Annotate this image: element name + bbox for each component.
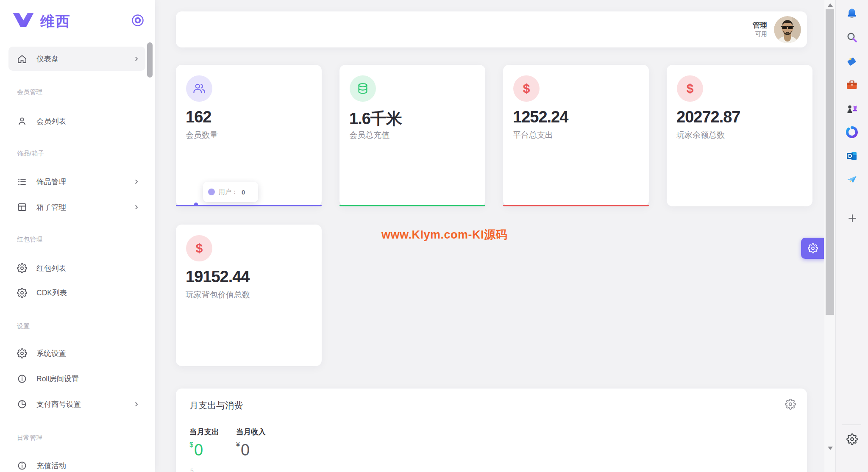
sidebar-section-settings: 设置 <box>17 322 30 334</box>
brand-name: 维西 <box>40 12 71 31</box>
sidebar-item-label: 充值活动 <box>36 461 66 471</box>
monthly-card-title: 月支出与消费 <box>189 400 243 411</box>
user-icon <box>17 116 27 126</box>
dollar-icon: $ <box>677 75 703 102</box>
scroll-up-arrow[interactable] <box>828 3 833 7</box>
stat-value: 162 <box>186 108 211 126</box>
main-scrollbar-thumb[interactable] <box>826 9 834 315</box>
sidebar-item-item-management[interactable]: 饰品管理 <box>8 169 145 194</box>
sidebar-item-label: Roll房间设置 <box>36 374 79 384</box>
sidebar-item-label: 箱子管理 <box>36 202 66 212</box>
stat-card-member-count: 162 会员数量 用户： 0 <box>176 65 322 206</box>
tooltip-value: 0 <box>242 189 245 196</box>
stat-card-total-recharge: 1.6千米 会员总充值 <box>339 65 485 206</box>
sidebar-item-box-management[interactable]: 箱子管理 <box>8 195 145 219</box>
chevron-right-icon <box>133 55 140 63</box>
sparkline <box>339 205 485 206</box>
sidebar-item-label: 会员列表 <box>36 116 66 126</box>
divider <box>842 425 861 425</box>
settings-gear-icon[interactable] <box>846 433 858 445</box>
stat-value: 1.6千米 <box>349 108 402 130</box>
dollar-glyph: $ <box>687 81 694 96</box>
shopping-tag-icon[interactable] <box>846 55 858 68</box>
clipped-axis-label: 5 <box>190 467 194 472</box>
column-value: ¥0 <box>236 441 266 459</box>
tooltip-label: 用户： <box>219 188 238 196</box>
user-status: 可用 <box>753 30 767 38</box>
add-icon[interactable] <box>847 213 857 223</box>
logo-row: 维西 <box>0 10 155 31</box>
outlook-icon[interactable] <box>846 150 858 162</box>
scroll-down-arrow[interactable] <box>828 447 833 450</box>
sidebar-item-recharge-activity[interactable]: 充值活动 <box>8 453 145 472</box>
amount: 0 <box>241 441 250 459</box>
column-header: 当月支出 <box>189 427 219 437</box>
avatar[interactable] <box>774 16 801 43</box>
games-icon[interactable] <box>846 103 858 115</box>
sidebar-section-daily: 日常管理 <box>17 434 42 446</box>
sidebar-item-label: 仪表盘 <box>36 54 59 64</box>
sparkline <box>503 205 649 206</box>
chevron-right-icon <box>133 178 140 186</box>
chevron-right-icon <box>133 400 140 408</box>
sidebar-section-items-boxes: 饰品/箱子 <box>17 150 44 161</box>
dollar-glyph: $ <box>196 241 203 255</box>
amount: 0 <box>194 441 203 459</box>
browser-side-strip <box>836 0 868 472</box>
stat-card-player-balance: $ 20272.87 玩家余额总数 <box>667 65 812 206</box>
sidebar-item-label: CDK列表 <box>36 288 67 298</box>
gear-icon <box>17 348 27 358</box>
notifications-bell-icon[interactable] <box>846 7 858 20</box>
stat-value: 19152.44 <box>186 268 250 286</box>
dollar-glyph: $ <box>523 81 530 96</box>
dollar-icon: $ <box>513 75 540 102</box>
stat-card-backpack-value: $ 19152.44 玩家背包价值总数 <box>176 225 322 366</box>
brand-logo-icon <box>12 12 35 28</box>
main-scrollbar[interactable] <box>824 0 836 472</box>
sidebar-item-label: 系统设置 <box>36 348 66 358</box>
sidebar-scrollbar-thumb[interactable] <box>147 42 153 78</box>
sidebar-item-member-list[interactable]: 会员列表 <box>8 109 145 133</box>
sidebar-item-label: 红包列表 <box>36 263 66 273</box>
chart-guide-line <box>196 145 196 203</box>
home-icon <box>17 54 27 64</box>
monthly-expense-column: 当月支出 $0 <box>189 427 219 459</box>
dollar-icon: $ <box>186 235 212 261</box>
currency-symbol: ¥ <box>236 441 240 448</box>
microsoft-365-icon[interactable] <box>846 126 858 139</box>
gear-icon <box>808 243 818 253</box>
stat-value: 20272.87 <box>676 108 740 126</box>
drop-send-icon[interactable] <box>846 173 858 186</box>
users-icon <box>186 75 212 102</box>
header-card: 管理 可用 <box>176 11 807 47</box>
layout-icon <box>17 202 27 212</box>
sidebar-item-redpacket-list[interactable]: 红包列表 <box>8 256 145 280</box>
sidebar-item-roll-room-settings[interactable]: Roll房间设置 <box>8 366 145 391</box>
sidebar-section-redpacket: 红包管理 <box>17 236 42 247</box>
search-icon[interactable] <box>846 31 858 44</box>
chevron-right-icon <box>133 203 140 211</box>
sidebar-item-payment-merchant-settings[interactable]: 支付商号设置 <box>8 392 145 416</box>
sidebar-item-label: 支付商号设置 <box>36 399 81 409</box>
sidebar-item-cdk-list[interactable]: CDK列表 <box>8 280 145 305</box>
floating-settings-button[interactable] <box>801 238 825 259</box>
stat-label: 会员总充值 <box>349 130 389 141</box>
sidebar-item-label: 饰品管理 <box>36 177 66 187</box>
monthly-expense-card: 月支出与消费 当月支出 $0 当月收入 ¥0 5 <box>176 389 807 472</box>
user-role: 管理 <box>753 21 767 30</box>
watermark-text: www.KIym.com-KI源码 <box>381 227 507 242</box>
series-dot-icon <box>208 189 215 195</box>
info-icon <box>17 374 27 384</box>
toolbox-icon[interactable] <box>846 79 858 92</box>
stat-label: 玩家余额总数 <box>676 130 725 141</box>
user-info: 管理 可用 <box>753 21 767 38</box>
stat-label: 会员数量 <box>186 130 218 141</box>
gear-icon[interactable] <box>785 399 796 410</box>
monthly-income-column: 当月收入 ¥0 <box>236 427 266 459</box>
sidebar-item-system-settings[interactable]: 系统设置 <box>8 341 145 365</box>
sidebar: 维西 仪表盘 会员管理 会员列表 饰品/箱子 饰品管理 箱子管理 红包管理 红包… <box>0 0 155 472</box>
pie-chart-icon <box>17 399 27 409</box>
sidebar-item-dashboard[interactable]: 仪表盘 <box>8 47 145 71</box>
list-icon <box>17 177 27 187</box>
sidebar-collapse-icon[interactable] <box>131 14 144 27</box>
